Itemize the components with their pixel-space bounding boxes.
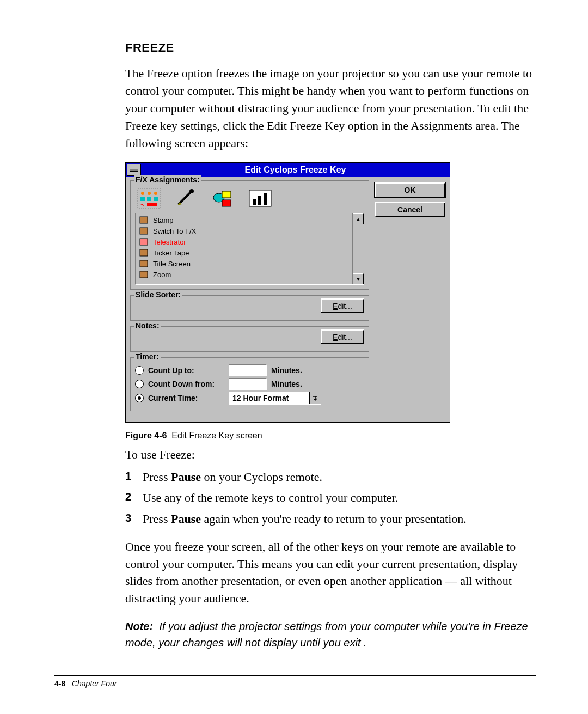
intro-paragraph: The Freeze option freezes the image on y… bbox=[125, 65, 536, 151]
ok-button[interactable]: OK bbox=[375, 182, 445, 198]
system-menu-icon[interactable] bbox=[127, 164, 141, 176]
figure-caption: Figure 4-6 Edit Freeze Key screen bbox=[125, 431, 536, 441]
fx-assignments-group: F/X Assignments: bbox=[130, 180, 369, 290]
svg-rect-7 bbox=[147, 203, 157, 206]
svg-rect-18 bbox=[140, 239, 148, 245]
step-text: Use any of the remote keys to control yo… bbox=[143, 489, 398, 507]
steps-list: 1Press Pause on your Cyclops remote.2Use… bbox=[125, 468, 536, 528]
toolbar-icon[interactable] bbox=[137, 188, 161, 209]
fx-listbox[interactable]: StampSwitch To F/XTelestratorTicker Tape… bbox=[135, 213, 364, 285]
list-item-label: Switch To F/X bbox=[153, 227, 196, 235]
dialog-title: Edit Cyclops Freeze Key bbox=[141, 165, 450, 175]
list-item-label: Title Screen bbox=[153, 260, 191, 268]
list-item[interactable]: Zoom bbox=[136, 269, 352, 280]
shapes-icon[interactable] bbox=[211, 188, 235, 209]
svg-rect-11 bbox=[222, 200, 231, 206]
list-item[interactable]: Stamp bbox=[136, 215, 352, 225]
count-up-input[interactable] bbox=[229, 364, 267, 376]
step-item: 1Press Pause on your Cyclops remote. bbox=[125, 468, 536, 486]
svg-point-1 bbox=[141, 192, 144, 195]
notes-edit-button[interactable]: Edit... bbox=[321, 329, 364, 344]
step-item: 2Use any of the remote keys to control y… bbox=[125, 489, 536, 507]
step-text: Press Pause again when you're ready to r… bbox=[143, 510, 467, 528]
scroll-up-icon[interactable]: ▴ bbox=[353, 213, 364, 224]
step-text: Press Pause on your Cyclops remote. bbox=[143, 468, 322, 486]
fx-assignments-label: F/X Assignments: bbox=[134, 175, 201, 184]
after-paragraph: Once you freeze your screen, all of the … bbox=[125, 538, 536, 608]
timer-label: Timer: bbox=[134, 352, 161, 361]
svg-rect-6 bbox=[154, 197, 158, 201]
count-down-radio[interactable] bbox=[135, 380, 144, 388]
current-time-radio[interactable] bbox=[135, 394, 144, 402]
svg-rect-16 bbox=[140, 217, 148, 223]
chart-icon[interactable] bbox=[248, 188, 272, 209]
page-footer: 4-8 Chapter Four bbox=[54, 675, 536, 688]
svg-point-3 bbox=[154, 192, 157, 195]
timer-group: Timer: Count Up to: Minutes. Count Down … bbox=[130, 357, 369, 411]
svg-rect-15 bbox=[264, 193, 267, 205]
switch-icon bbox=[139, 227, 149, 235]
count-down-label: Count Down from: bbox=[148, 380, 224, 388]
notes-group: Notes: Edit... bbox=[130, 326, 369, 352]
time-format-value: 12 Hour Format bbox=[229, 394, 309, 402]
svg-point-8 bbox=[189, 189, 194, 193]
slide-sorter-label: Slide Sorter: bbox=[134, 290, 182, 299]
scroll-down-icon[interactable]: ▾ bbox=[353, 273, 364, 284]
list-item-label: Telestrator bbox=[153, 238, 186, 246]
ticker-icon bbox=[139, 248, 149, 257]
minutes-label-2: Minutes. bbox=[271, 380, 302, 388]
count-down-input[interactable] bbox=[229, 378, 267, 390]
section-heading: FREEZE bbox=[125, 41, 536, 55]
step-number: 3 bbox=[125, 510, 135, 528]
count-up-radio[interactable] bbox=[135, 366, 144, 375]
slide-sorter-edit-button[interactable]: Edit... bbox=[321, 298, 364, 313]
list-item[interactable]: Switch To F/X bbox=[136, 225, 352, 236]
list-item-label: Ticker Tape bbox=[153, 249, 189, 257]
svg-rect-13 bbox=[253, 199, 256, 205]
time-format-combo[interactable]: 12 Hour Format bbox=[229, 392, 321, 405]
list-item-label: Zoom bbox=[153, 271, 171, 279]
step-item: 3Press Pause again when you're ready to … bbox=[125, 510, 536, 528]
cancel-button[interactable]: Cancel bbox=[375, 202, 445, 217]
scrollbar[interactable]: ▴ ▾ bbox=[352, 213, 364, 284]
current-time-label: Current Time: bbox=[148, 394, 224, 402]
stamp-icon bbox=[139, 216, 149, 224]
dropdown-icon[interactable] bbox=[309, 392, 321, 404]
svg-rect-19 bbox=[140, 249, 148, 256]
zoom-icon bbox=[139, 270, 149, 279]
dialog-screenshot: Edit Cyclops Freeze Key F/X Assignments: bbox=[125, 162, 450, 423]
list-item-label: Stamp bbox=[153, 216, 174, 224]
count-up-label: Count Up to: bbox=[148, 366, 224, 375]
svg-rect-10 bbox=[222, 191, 231, 198]
svg-rect-4 bbox=[140, 197, 145, 201]
svg-rect-17 bbox=[140, 228, 148, 234]
svg-rect-14 bbox=[258, 196, 261, 205]
telestrator-icon bbox=[139, 237, 149, 246]
slide-sorter-group: Slide Sorter: Edit... bbox=[130, 295, 369, 321]
list-item[interactable]: Title Screen bbox=[136, 258, 352, 269]
to-use-label: To use Freeze: bbox=[125, 446, 536, 463]
svg-point-2 bbox=[148, 192, 151, 195]
step-number: 2 bbox=[125, 489, 135, 507]
svg-rect-5 bbox=[147, 197, 151, 201]
title-icon bbox=[139, 259, 149, 268]
step-number: 1 bbox=[125, 468, 135, 486]
svg-rect-21 bbox=[140, 271, 148, 278]
laser-icon[interactable] bbox=[174, 188, 198, 209]
svg-rect-20 bbox=[140, 260, 148, 267]
list-item[interactable]: Telestrator bbox=[136, 236, 352, 247]
notes-label: Notes: bbox=[134, 321, 161, 330]
list-item[interactable]: Ticker Tape bbox=[136, 247, 352, 258]
note-paragraph: Note: If you adjust the projector settin… bbox=[125, 618, 536, 651]
minutes-label: Minutes. bbox=[271, 366, 302, 375]
